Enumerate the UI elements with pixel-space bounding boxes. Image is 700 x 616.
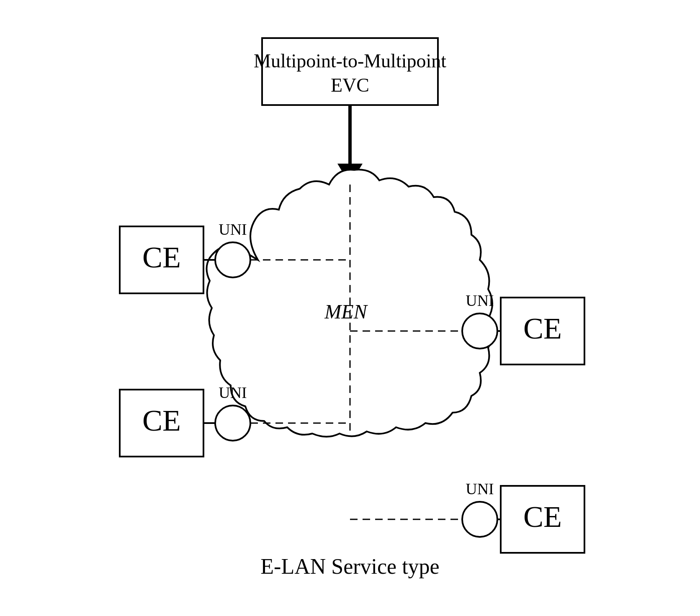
evc-label-line2: EVC	[331, 74, 369, 96]
diagram-container: Multipoint-to-Multipoint EVC MEN CE UNI …	[99, 26, 601, 590]
uni-top-left-circle	[215, 242, 250, 277]
ce-right-top-label: CE	[523, 312, 562, 345]
uni-right-bottom-circle	[462, 502, 497, 537]
footer-label: E-LAN Service type	[260, 554, 439, 578]
uni-bottom-left-circle	[215, 406, 250, 441]
ce-top-left-label: CE	[142, 241, 181, 274]
uni-right-top-circle	[462, 313, 497, 349]
ce-bottom-left-label: CE	[142, 404, 181, 437]
uni-bottom-left-label: UNI	[219, 384, 247, 401]
uni-top-left-label: UNI	[219, 221, 247, 238]
men-label: MEN	[324, 300, 368, 323]
ce-right-bottom-label: CE	[523, 500, 562, 534]
uni-right-bottom-label: UNI	[466, 480, 494, 498]
evc-label-line1: Multipoint-to-Multipoint	[254, 50, 446, 72]
uni-right-top-label: UNI	[466, 292, 494, 309]
